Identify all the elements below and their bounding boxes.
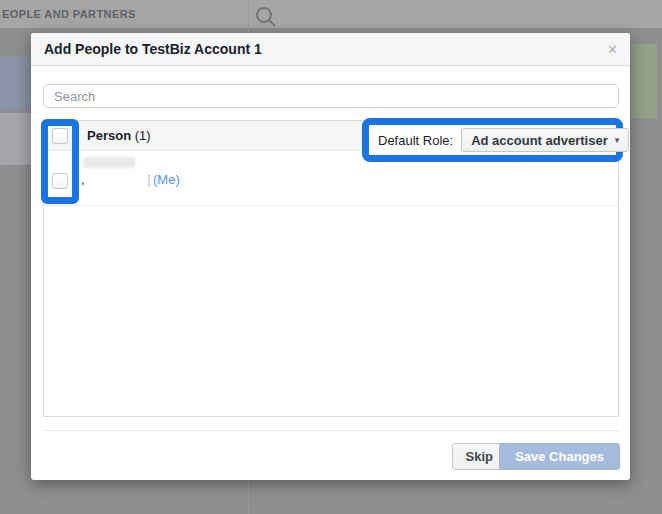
redacted-text-fragment [148, 174, 150, 187]
caret-down-icon: ▾ [615, 136, 620, 145]
default-role-label: Default Role: [378, 133, 453, 148]
footer-divider [43, 430, 619, 431]
person-type-label: Person [87, 128, 131, 143]
dialog-title: Add People to TestBiz Account 1 [44, 33, 262, 66]
dialog-header: Add People to TestBiz Account 1 ✕ [31, 33, 630, 66]
person-name-fragment: , [81, 172, 85, 187]
highlight-box-default-role: Default Role: Ad account advertiser ▾ [362, 118, 623, 162]
search-input[interactable] [43, 84, 619, 108]
save-changes-button[interactable]: Save Changes [499, 443, 620, 470]
me-label: (Me) [153, 172, 180, 187]
person-count: (1) [135, 128, 151, 143]
people-and-partners-heading: EOPLE AND PARTNERS [2, 0, 136, 29]
screen: EOPLE AND PARTNERS Add People to TestBiz… [0, 0, 662, 514]
search-icon [254, 5, 278, 29]
select-all-checkbox[interactable] [52, 128, 68, 144]
people-list: Person (1) , (Me) [43, 120, 619, 417]
close-icon[interactable]: ✕ [607, 33, 618, 66]
background-thumbnail [631, 44, 657, 118]
default-role-value: Ad account advertiser [471, 133, 608, 148]
default-role-dropdown[interactable]: Ad account advertiser ▾ [461, 128, 629, 152]
person-checkbox[interactable] [52, 173, 68, 189]
add-people-dialog: Add People to TestBiz Account 1 ✕ Person… [31, 33, 630, 480]
redacted-name-smudge [83, 157, 135, 168]
background-toolbar: EOPLE AND PARTNERS [0, 0, 662, 29]
list-header-label: Person (1) [87, 128, 151, 143]
